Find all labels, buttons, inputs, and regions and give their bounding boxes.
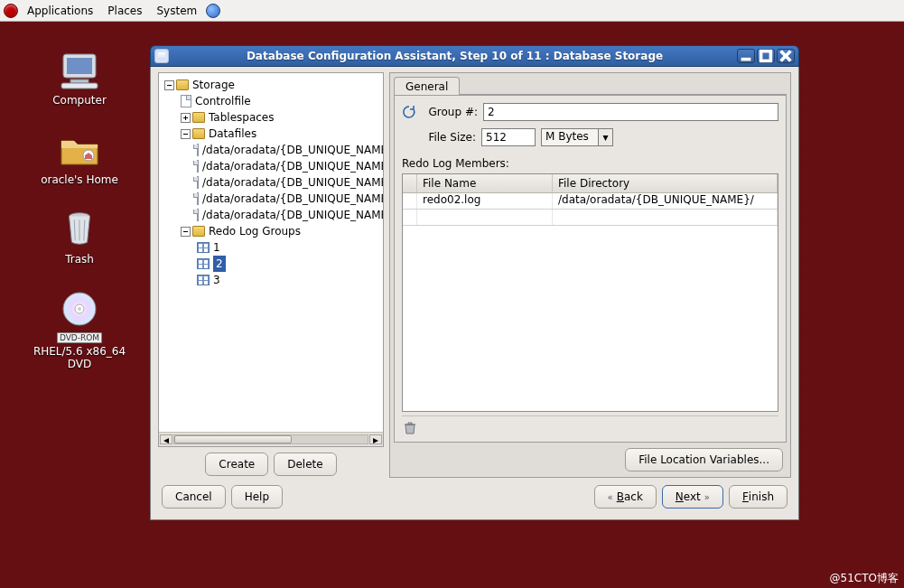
redo-group-3[interactable]: 3 <box>213 272 220 288</box>
desktop-computer-label: Computer <box>25 94 134 107</box>
storage-tree[interactable]: Storage Controlfile Tablespaces Datafile… <box>158 72 384 447</box>
finish-button[interactable]: Finish <box>729 485 788 509</box>
file-icon <box>197 192 199 205</box>
tree-storage[interactable]: Storage <box>192 77 235 93</box>
col-file-directory[interactable]: File Directory <box>553 174 778 192</box>
datafile-1[interactable]: /data/oradata/{DB_UNIQUE_NAME} <box>202 142 383 158</box>
window-titlebar[interactable]: Database Configuration Assistant, Step 1… <box>150 45 799 67</box>
tree-controlfile[interactable]: Controlfile <box>195 93 251 109</box>
folder-icon <box>192 226 205 237</box>
svg-rect-9 <box>761 51 771 61</box>
redo-members-table[interactable]: File Name File Directory redo02.log /dat… <box>402 173 778 412</box>
svg-rect-3 <box>61 83 98 89</box>
window-title: Database Configuration Assistant, Step 1… <box>174 50 735 62</box>
window-app-icon <box>154 49 169 63</box>
gnome-top-panel: Applications Places System <box>0 0 904 22</box>
redo-group-icon <box>197 258 210 269</box>
redo-group-icon <box>197 242 210 253</box>
create-button[interactable]: Create <box>205 453 268 476</box>
applications-menu[interactable]: Applications <box>22 3 98 19</box>
close-button[interactable] <box>777 49 795 63</box>
minimize-button[interactable] <box>737 49 755 63</box>
redhat-icon <box>4 4 18 18</box>
scroll-thumb[interactable] <box>174 435 292 443</box>
desktop-dvd-icon[interactable]: DVD-ROM RHEL/5.6 x86_64 DVD <box>25 287 134 371</box>
folder-icon <box>176 79 189 90</box>
redo-group-1[interactable]: 1 <box>213 239 220 256</box>
file-size-unit-combo[interactable]: M Bytes ▾ <box>541 128 613 146</box>
datafile-3[interactable]: /data/oradata/{DB_UNIQUE_NAME} <box>202 174 383 191</box>
col-file-name[interactable]: File Name <box>417 174 553 192</box>
chevron-left-icon: « <box>608 492 613 502</box>
wizard-nav: Cancel Help «Back Next» Finish <box>158 483 791 512</box>
tree-tablespaces[interactable]: Tablespaces <box>209 109 275 126</box>
scroll-left-button[interactable]: ◂ <box>160 434 172 444</box>
desktop-trash-icon[interactable]: Trash <box>25 208 134 266</box>
table-row-empty[interactable] <box>403 210 778 226</box>
watermark: @51CTO博客 <box>0 566 904 588</box>
trash-icon[interactable] <box>402 420 418 436</box>
tree-horizontal-scrollbar[interactable]: ◂ ▸ <box>159 432 383 446</box>
browser-launcher-icon[interactable] <box>206 4 220 18</box>
places-menu[interactable]: Places <box>102 3 147 19</box>
folder-icon <box>192 112 205 123</box>
desktop-computer-icon[interactable]: Computer <box>25 49 134 107</box>
desktop-trash-label: Trash <box>25 253 134 266</box>
file-icon <box>197 176 199 189</box>
svg-rect-2 <box>70 79 89 83</box>
folder-icon <box>192 128 205 139</box>
desktop-home-label: oracle's Home <box>25 173 134 186</box>
cell-file-dir: /data/oradata/{DB_UNIQUE_NAME}/ <box>553 193 778 209</box>
tab-general[interactable]: General <box>394 77 460 96</box>
svg-point-8 <box>78 307 81 311</box>
redo-members-label: Redo Log Members: <box>402 157 778 170</box>
back-button[interactable]: «Back <box>594 485 657 509</box>
redo-group-2-selected[interactable]: 2 <box>213 256 226 272</box>
file-icon <box>197 160 199 173</box>
file-size-label: File Size: <box>422 131 476 144</box>
group-no-input[interactable] <box>483 103 778 121</box>
file-icon <box>181 95 191 107</box>
help-button[interactable]: Help <box>231 485 283 509</box>
svg-rect-1 <box>67 58 92 74</box>
dbca-window: Database Configuration Assistant, Step 1… <box>150 45 799 520</box>
window-client: Storage Controlfile Tablespaces Datafile… <box>150 67 799 520</box>
delete-button[interactable]: Delete <box>274 453 336 476</box>
scroll-right-button[interactable]: ▸ <box>369 434 382 444</box>
file-icon <box>197 209 199 221</box>
chevron-down-icon[interactable]: ▾ <box>599 128 613 146</box>
datafile-5[interactable]: /data/oradata/{DB_UNIQUE_NAME} <box>202 207 383 223</box>
file-icon <box>197 144 199 156</box>
maximize-button[interactable] <box>757 49 775 63</box>
tree-datafiles[interactable]: Datafiles <box>209 126 256 142</box>
next-button[interactable]: Next» <box>662 485 723 509</box>
group-no-label: Group #: <box>424 106 478 118</box>
redo-group-icon <box>197 275 210 285</box>
system-menu[interactable]: System <box>151 3 202 19</box>
cell-file-name: redo02.log <box>417 193 553 209</box>
chevron-right-icon: » <box>704 492 710 502</box>
table-row[interactable]: redo02.log /data/oradata/{DB_UNIQUE_NAME… <box>403 193 778 210</box>
desktop-home-icon[interactable]: oracle's Home <box>25 128 134 186</box>
dvd-badge: DVD-ROM <box>57 332 102 343</box>
cancel-button[interactable]: Cancel <box>162 485 226 509</box>
desktop-dvd-label: RHEL/5.6 x86_64 DVD <box>25 345 134 371</box>
tree-redo-log-groups[interactable]: Redo Log Groups <box>209 223 301 239</box>
datafile-4[interactable]: /data/oradata/{DB_UNIQUE_NAME} <box>202 191 383 207</box>
file-size-input[interactable] <box>481 128 536 146</box>
refresh-icon[interactable] <box>402 105 416 119</box>
datafile-2[interactable]: /data/oradata/{DB_UNIQUE_NAME} <box>202 158 383 174</box>
file-location-variables-button[interactable]: File Location Variables... <box>625 448 783 471</box>
